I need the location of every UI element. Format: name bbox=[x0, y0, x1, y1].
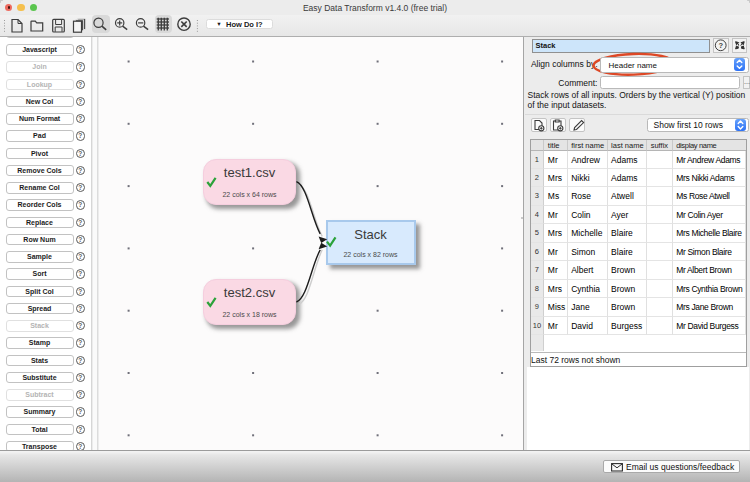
svg-text:?: ? bbox=[718, 41, 723, 50]
